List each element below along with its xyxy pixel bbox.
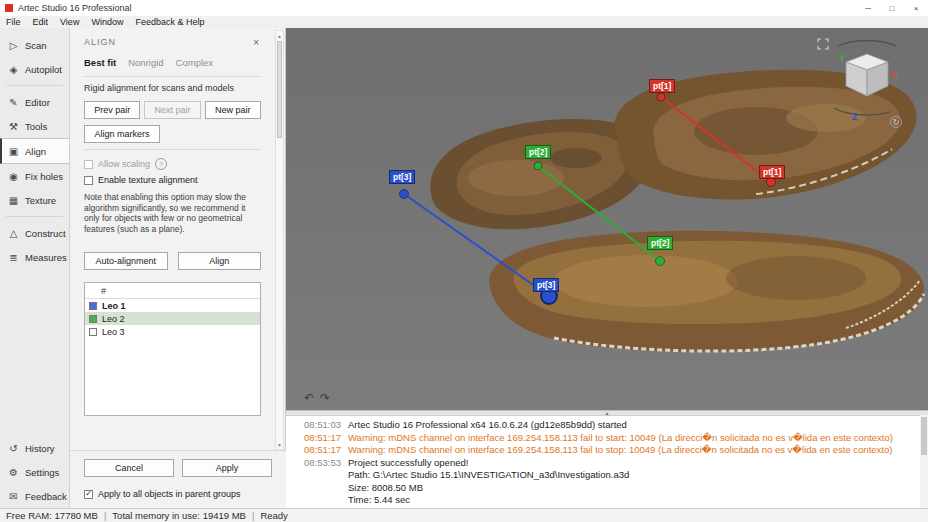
log-scrollbar[interactable] xyxy=(920,415,928,508)
autopilot-icon: ◈ xyxy=(7,64,20,75)
panel-scrollbar[interactable]: ▲ ▼ xyxy=(275,30,284,450)
point-dot-pt2[interactable] xyxy=(656,257,665,266)
minimize-icon: ─ xyxy=(865,4,871,13)
texture-icon: ▦ xyxy=(7,195,20,206)
log-message: Size: 8008.50 MB xyxy=(348,482,423,495)
list-item-leo-2[interactable]: Leo 2 xyxy=(85,312,260,325)
log-message: Time: 5.44 sec xyxy=(348,494,410,507)
feedback-icon: ✉ xyxy=(7,491,20,502)
section-label: Rigid alignment for scans and models xyxy=(84,83,261,93)
scroll-up-icon[interactable]: ▲ xyxy=(276,31,283,40)
sidebar-item-autopilot[interactable]: ◈ Autopilot xyxy=(0,57,69,81)
menu-feedback-help[interactable]: Feedback & Help xyxy=(129,16,210,28)
sidebar-item-label: Measures xyxy=(25,252,67,263)
menu-edit[interactable]: Edit xyxy=(27,16,55,28)
divider: | xyxy=(252,510,254,521)
scroll-down-icon[interactable]: ▼ xyxy=(276,440,283,449)
sidebar-item-texture[interactable]: ▦ Texture xyxy=(0,188,69,212)
texture-alignment-note: Note that enabling this option may slow … xyxy=(84,192,261,234)
log-message: Project successfully opened! xyxy=(348,457,468,470)
apply-button[interactable]: Apply xyxy=(182,459,272,477)
sidebar-item-construct[interactable]: △ Construct xyxy=(0,221,69,245)
viewport-3d[interactable]: pt[1] pt[1] pt[2] pt[2] pt[3] pt[3] Y X … xyxy=(286,28,928,410)
log-message: Artec Studio 16 Professional x64 16.0.6.… xyxy=(348,419,627,432)
log-entry-warning: 08:51:17 Warning: mDNS channel on interf… xyxy=(304,444,918,457)
redo-view-button[interactable]: ↷ xyxy=(320,392,330,404)
log-entry: 08:53:53 Project successfully opened! xyxy=(304,457,918,470)
tab-best-fit[interactable]: Best fit xyxy=(84,57,116,68)
sidebar-item-fix-holes[interactable]: ◉ Fix holes xyxy=(0,164,69,188)
tools-icon: ⚒ xyxy=(7,121,20,132)
sidebar-item-label: Autopilot xyxy=(25,64,62,75)
menu-file[interactable]: File xyxy=(0,16,27,28)
scan-name: Leo 1 xyxy=(102,301,126,311)
marker-label-pt1[interactable]: pt[1] xyxy=(759,165,785,179)
sidebar-item-settings[interactable]: ⚙ Settings xyxy=(0,460,69,484)
apply-parent-groups-checkbox[interactable]: ✓ Apply to all objects in parent groups xyxy=(84,486,272,502)
sidebar-item-scan[interactable]: ▷ Scan xyxy=(0,33,69,57)
point-dot-pt1[interactable] xyxy=(657,93,665,101)
log-entry: Size: 8008.50 MB xyxy=(304,482,918,495)
marker-label-pt2[interactable]: pt[2] xyxy=(525,145,551,159)
sidebar-item-feedback[interactable]: ✉ Feedback xyxy=(0,484,69,508)
sidebar-item-label: History xyxy=(25,443,55,454)
auto-alignment-button[interactable]: Auto-alignment xyxy=(84,252,168,270)
sidebar-item-align[interactable]: ▣ Align xyxy=(0,138,69,164)
panel-close-button[interactable]: × xyxy=(251,37,261,48)
menu-window[interactable]: Window xyxy=(85,16,129,28)
scrollbar-thumb[interactable] xyxy=(921,417,927,455)
scan-name: Leo 3 xyxy=(102,327,125,337)
history-icon: ↺ xyxy=(7,443,20,454)
cancel-button[interactable]: Cancel xyxy=(84,459,174,477)
sidebar-item-history[interactable]: ↺ History xyxy=(0,436,69,460)
fossil-scan-meshes xyxy=(430,70,924,352)
free-ram-status: Free RAM: 17780 MB xyxy=(6,510,98,521)
checkbox-box xyxy=(84,176,93,185)
log-entry-warning: 08:51:17 Warning: mDNS channel on interf… xyxy=(304,432,918,445)
rotate-view-button[interactable]: ↻ xyxy=(890,116,902,128)
log-message: Path: G:\Artec Studio 15.1\INVESTIGATION… xyxy=(348,469,629,482)
align-button[interactable]: Align xyxy=(178,252,262,270)
new-pair-button[interactable]: New pair xyxy=(205,101,261,119)
checkbox-label: Enable texture alignment xyxy=(98,175,198,185)
sidebar-item-measures[interactable]: ≣ Measures xyxy=(0,245,69,269)
tab-complex[interactable]: Complex xyxy=(176,57,214,68)
scene-canvas xyxy=(286,28,928,410)
point-dot-pt3[interactable] xyxy=(400,190,409,199)
tab-nonrigid[interactable]: Nonrigid xyxy=(128,57,163,68)
list-item-leo-1[interactable]: Leo 1 xyxy=(85,299,260,312)
sidebar-item-label: Tools xyxy=(25,121,47,132)
panel-footer: Cancel Apply ✓ Apply to all objects in p… xyxy=(70,450,286,508)
sidebar-item-label: Fix holes xyxy=(25,171,63,182)
allow-scaling-checkbox[interactable]: Allow scaling ? xyxy=(84,156,261,172)
prev-pair-button[interactable]: Prev pair xyxy=(84,101,140,119)
enable-texture-alignment-checkbox[interactable]: Enable texture alignment xyxy=(84,172,261,188)
undo-view-button[interactable]: ↶ xyxy=(304,392,314,404)
divider xyxy=(84,149,261,150)
marker-label-pt3[interactable]: pt[3] xyxy=(533,278,559,292)
menu-view[interactable]: View xyxy=(54,16,85,28)
point-dot-pt2[interactable] xyxy=(534,162,542,170)
sidebar-item-label: Scan xyxy=(25,40,47,51)
scrollbar-thumb[interactable] xyxy=(277,41,282,138)
maximize-button[interactable]: □ xyxy=(880,0,904,16)
list-item-leo-3[interactable]: Leo 3 xyxy=(85,325,260,338)
marker-label-pt3[interactable]: pt[3] xyxy=(389,170,415,184)
marker-label-pt2[interactable]: pt[2] xyxy=(647,236,673,250)
sidebar-item-label: Align xyxy=(25,146,46,157)
sidebar-item-label: Settings xyxy=(25,467,59,478)
align-markers-button[interactable]: Align markers xyxy=(84,125,160,143)
marker-label-pt1[interactable]: pt[1] xyxy=(649,79,675,93)
log-message: Warning: mDNS channel on interface 169.2… xyxy=(348,432,893,445)
sidebar-item-tools[interactable]: ⚒ Tools xyxy=(0,114,69,138)
next-pair-button[interactable]: Next pair xyxy=(144,101,200,119)
expand-corners-icon[interactable] xyxy=(817,38,829,50)
checkbox-label: Apply to all objects in parent groups xyxy=(98,489,241,499)
minimize-button[interactable]: ─ xyxy=(856,0,880,16)
log-timestamp: 08:51:03 xyxy=(304,419,348,432)
scan-list: # Leo 1 Leo 2 Leo 3 xyxy=(84,282,261,416)
close-icon: × xyxy=(914,4,919,13)
sidebar-separator xyxy=(6,85,63,86)
close-button[interactable]: × xyxy=(904,0,928,16)
sidebar-item-editor[interactable]: ✎ Editor xyxy=(0,90,69,114)
